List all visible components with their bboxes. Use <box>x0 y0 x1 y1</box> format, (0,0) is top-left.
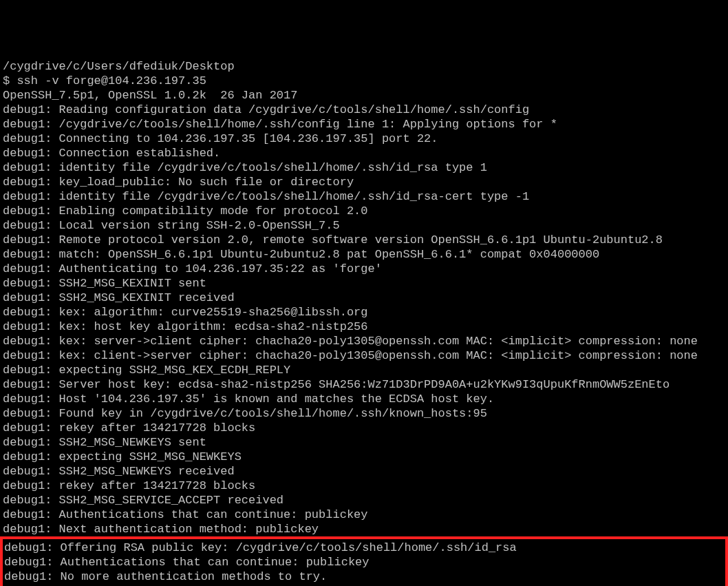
terminal-output-line: debug1: kex: client->server cipher: chac… <box>3 348 725 363</box>
terminal-output-line: debug1: Remote protocol version 2.0, rem… <box>3 233 725 247</box>
terminal-output-line: debug1: SSH2_MSG_KEXINIT received <box>3 291 725 305</box>
terminal-highlighted-line: debug1: Authentications that can continu… <box>4 555 724 569</box>
terminal-output-line: OpenSSH_7.5p1, OpenSSL 1.0.2k 26 Jan 201… <box>3 88 725 103</box>
terminal-output-line: debug1: Connecting to 104.236.197.35 [10… <box>3 132 725 146</box>
terminal-output-line: debug1: identity file /cygdrive/c/tools/… <box>3 189 725 204</box>
terminal-output-line: debug1: Found key in /cygdrive/c/tools/s… <box>3 406 725 421</box>
terminal-output-line: debug1: identity file /cygdrive/c/tools/… <box>3 160 725 175</box>
terminal-command: ssh -v forge@104.236.197.35 <box>17 74 206 87</box>
terminal-output-line: debug1: expecting SSH2_MSG_NEWKEYS <box>3 450 725 464</box>
terminal-output-line: debug1: SSH2_MSG_NEWKEYS received <box>3 464 725 479</box>
terminal-output-line: debug1: Next authentication method: publ… <box>3 522 725 536</box>
terminal-output-line: debug1: Local version string SSH-2.0-Ope… <box>3 218 725 233</box>
terminal-output-line: debug1: Reading configuration data /cygd… <box>3 103 725 117</box>
terminal-output-line: debug1: SSH2_MSG_KEXINIT sent <box>3 276 725 291</box>
terminal-output-line: debug1: kex: algorithm: curve25519-sha25… <box>3 305 725 320</box>
terminal-output-line: debug1: Connection established. <box>3 146 725 160</box>
terminal-output-line: debug1: SSH2_MSG_SERVICE_ACCEPT received <box>3 493 725 507</box>
terminal-highlighted-output: debug1: Offering RSA public key: /cygdri… <box>0 536 728 586</box>
terminal-output-line: debug1: key_load_public: No such file or… <box>3 175 725 189</box>
terminal-prompt: $ <box>3 74 17 87</box>
terminal-output-line: debug1: rekey after 134217728 blocks <box>3 421 725 435</box>
terminal-output-line: debug1: Server host key: ecdsa-sha2-nist… <box>3 377 725 392</box>
terminal-output: OpenSSH_7.5p1, OpenSSL 1.0.2k 26 Jan 201… <box>3 88 725 536</box>
terminal-output-line: debug1: kex: server->client cipher: chac… <box>3 334 725 348</box>
terminal-output-line: debug1: Authentications that can continu… <box>3 507 725 522</box>
terminal-output-line: debug1: expecting SSH2_MSG_KEX_ECDH_REPL… <box>3 363 725 377</box>
terminal-output-line: debug1: Enabling compatibility mode for … <box>3 204 725 218</box>
terminal-output-line: debug1: Authenticating to 104.236.197.35… <box>3 262 725 276</box>
terminal-cwd: /cygdrive/c/Users/dfediuk/Desktop <box>3 59 725 74</box>
terminal-output-line: debug1: Host '104.236.197.35' is known a… <box>3 392 725 406</box>
terminal-highlighted-line: debug1: No more authentication methods t… <box>4 569 724 584</box>
terminal-output-line: debug1: rekey after 134217728 blocks <box>3 479 725 493</box>
terminal-output-line: debug1: match: OpenSSH_6.6.1p1 Ubuntu-2u… <box>3 247 725 262</box>
terminal-output-line: debug1: /cygdrive/c/tools/shell/home/.ss… <box>3 117 725 132</box>
terminal-output-line: debug1: SSH2_MSG_NEWKEYS sent <box>3 435 725 450</box>
terminal-highlighted-line: debug1: Offering RSA public key: /cygdri… <box>4 541 724 555</box>
terminal-output-line: debug1: kex: host key algorithm: ecdsa-s… <box>3 320 725 334</box>
terminal-command-line[interactable]: $ ssh -v forge@104.236.197.35 <box>3 74 725 88</box>
